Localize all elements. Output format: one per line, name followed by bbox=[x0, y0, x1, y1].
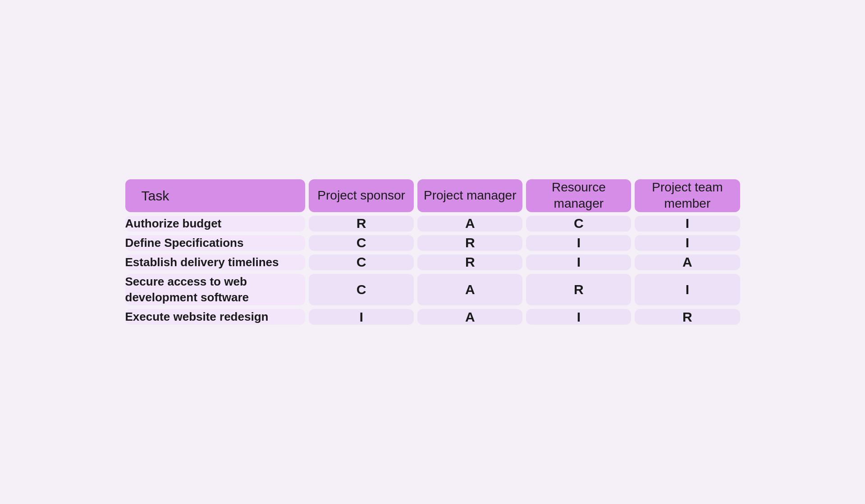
task-cell-1: Define Specifications bbox=[125, 235, 306, 251]
raci-cell-resource-3: R bbox=[526, 274, 631, 305]
raci-cell-member-1: I bbox=[635, 235, 740, 251]
header-task: Task bbox=[125, 179, 306, 212]
raci-cell-sponsor-0: R bbox=[309, 216, 414, 232]
raci-cell-member-2: A bbox=[635, 254, 740, 270]
raci-cell-manager-0: A bbox=[417, 216, 522, 232]
task-cell-0: Authorize budget bbox=[125, 216, 306, 232]
raci-cell-resource-2: I bbox=[526, 254, 631, 270]
raci-cell-sponsor-2: C bbox=[309, 254, 414, 270]
header-project-manager: Project manager bbox=[417, 179, 522, 212]
table-row: Secure access to web development softwar… bbox=[125, 274, 740, 305]
header-project-sponsor: Project sponsor bbox=[309, 179, 414, 212]
task-cell-3: Secure access to web development softwar… bbox=[125, 274, 306, 305]
raci-cell-sponsor-1: C bbox=[309, 235, 414, 251]
raci-cell-member-0: I bbox=[635, 216, 740, 232]
table-row: Define SpecificationsCRII bbox=[125, 235, 740, 251]
raci-table: Task Project sponsor Project manager Res… bbox=[122, 176, 744, 328]
raci-cell-resource-4: I bbox=[526, 309, 631, 325]
raci-cell-manager-1: R bbox=[417, 235, 522, 251]
raci-cell-member-3: I bbox=[635, 274, 740, 305]
raci-cell-sponsor-4: I bbox=[309, 309, 414, 325]
raci-cell-manager-2: R bbox=[417, 254, 522, 270]
table-row: Authorize budgetRACI bbox=[125, 216, 740, 232]
raci-cell-resource-1: I bbox=[526, 235, 631, 251]
raci-cell-member-4: R bbox=[635, 309, 740, 325]
raci-cell-resource-0: C bbox=[526, 216, 631, 232]
task-cell-4: Execute website redesign bbox=[125, 309, 306, 325]
header-project-team-member: Project team member bbox=[635, 179, 740, 212]
task-cell-2: Establish delivery timelines bbox=[125, 254, 306, 270]
raci-table-wrapper: Task Project sponsor Project manager Res… bbox=[122, 176, 744, 328]
header-resource-manager: Resource manager bbox=[526, 179, 631, 212]
table-row: Execute website redesignIAIR bbox=[125, 309, 740, 325]
raci-cell-manager-3: A bbox=[417, 274, 522, 305]
raci-cell-manager-4: A bbox=[417, 309, 522, 325]
table-row: Establish delivery timelinesCRIA bbox=[125, 254, 740, 270]
raci-cell-sponsor-3: C bbox=[309, 274, 414, 305]
header-row: Task Project sponsor Project manager Res… bbox=[125, 179, 740, 212]
